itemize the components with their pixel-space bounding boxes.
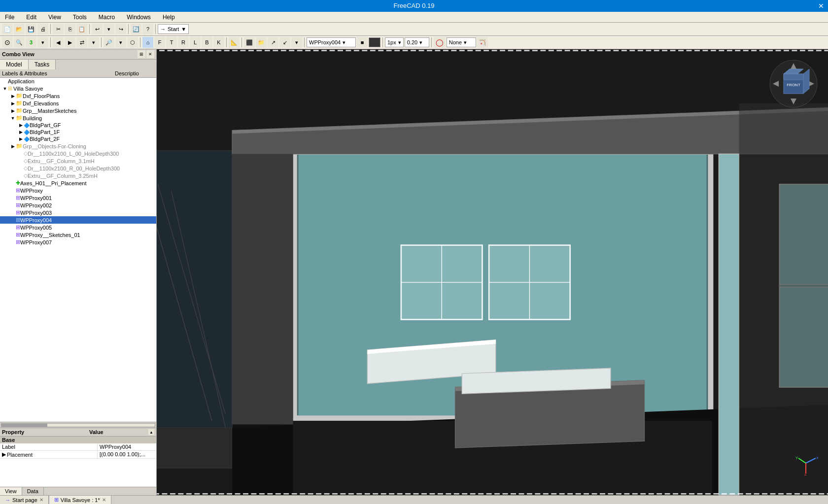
bottom-view[interactable]: B bbox=[202, 37, 212, 48]
grp-obj-icon: 📁 bbox=[16, 143, 23, 149]
wpproxy-dropdown[interactable]: WPProxy004 ▾ bbox=[307, 37, 356, 47]
wp7-icon: ⊞ bbox=[16, 239, 20, 245]
undo-dropdown[interactable]: ▾ bbox=[104, 24, 114, 34]
home-view[interactable]: ⌂ bbox=[142, 37, 153, 48]
new-button[interactable]: 📄 bbox=[2, 24, 13, 34]
drawstyle-dropdown[interactable]: None ▾ bbox=[447, 37, 476, 47]
sync-drop[interactable]: ▾ bbox=[88, 37, 99, 48]
tab-model[interactable]: Model bbox=[0, 60, 29, 69]
wp-color-btn[interactable]: ■ bbox=[357, 37, 368, 48]
props-scroll-up[interactable]: ▲ bbox=[148, 429, 154, 435]
tree-item-wp1[interactable]: ⊞ WPProxy001 bbox=[0, 194, 156, 202]
zoom-button[interactable]: 🔎 bbox=[104, 37, 114, 48]
measure-button[interactable]: 📐 bbox=[229, 37, 240, 48]
tree-item-dr-l[interactable]: ◇ Dr__1100x2100_L_00_HoleDepth300 bbox=[0, 150, 156, 157]
3d-view-button[interactable]: 3 bbox=[26, 37, 36, 48]
combo-icon1[interactable]: ⊞ bbox=[138, 50, 145, 58]
redo-button[interactable]: ↪ bbox=[115, 24, 126, 34]
open-button[interactable]: 📂 bbox=[14, 24, 25, 34]
pointsize-dropdown[interactable]: 0.20 ▾ bbox=[405, 37, 429, 47]
tree-item-wps[interactable]: ⊞ WPProxy__Sketches_01 bbox=[0, 231, 156, 238]
fwd-button[interactable]: ▶ bbox=[65, 37, 75, 48]
fit-sel-button[interactable]: 🔍 bbox=[14, 37, 25, 48]
tree-item-villa[interactable]: ▼ ⊞ Villa Savoye bbox=[0, 85, 156, 92]
sync-button[interactable]: ⇄ bbox=[76, 37, 87, 48]
fit-all-button[interactable]: ⊙ bbox=[2, 37, 13, 48]
prop-label-value: WPProxy004 bbox=[97, 443, 156, 450]
menu-help[interactable]: Help bbox=[160, 13, 178, 22]
color-swatch[interactable] bbox=[369, 37, 380, 47]
tree-item-bldg-gf[interactable]: ▶ 🔷 BldgPart_GF bbox=[0, 122, 156, 129]
prop-label-name: Label bbox=[0, 443, 97, 450]
tree-item-dxf-fp[interactable]: ▶ 📁 Dxf_FloorPlans bbox=[0, 92, 156, 100]
axis-indicator: X Y Z bbox=[794, 451, 813, 470]
tree-item-grp-ms[interactable]: ▶ 📁 Grp__MasterSketches bbox=[0, 107, 156, 114]
workbench-dropdown[interactable]: → Start ▼ bbox=[158, 24, 189, 34]
menu-edit[interactable]: Edit bbox=[23, 13, 39, 22]
tree-item-building[interactable]: ▼ 📁 Building bbox=[0, 114, 156, 122]
tree-item-wp7[interactable]: ⊞ WPProxy007 bbox=[0, 238, 156, 246]
tree-item-wp3[interactable]: ⊞ WPProxy003 bbox=[0, 209, 156, 216]
tree-item-wp0[interactable]: ⊞ WPProxy bbox=[0, 187, 156, 194]
tab-villa-savoye[interactable]: ⊞ Villa Savoye : 1* ✕ bbox=[49, 496, 111, 504]
print-button[interactable]: 🖨 bbox=[37, 24, 48, 34]
tree-item-grp-obj[interactable]: ▶ 📁 Grp__Objects-For-Cloning bbox=[0, 142, 156, 150]
cube-button[interactable]: ⬡ bbox=[127, 37, 138, 48]
combo-icon2[interactable]: ✕ bbox=[146, 50, 154, 58]
tab-tasks[interactable]: Tasks bbox=[29, 60, 56, 69]
cut-button[interactable]: ✂ bbox=[53, 24, 64, 34]
left-view[interactable]: L bbox=[190, 37, 201, 48]
tree-item-bldg-1f[interactable]: ▶ 🔷 BldgPart_1F bbox=[0, 129, 156, 135]
undo-button[interactable]: ↩ bbox=[92, 24, 103, 34]
tree-item-bldg-2f[interactable]: ▶ 🔷 BldgPart_2F bbox=[0, 135, 156, 142]
start-page-close[interactable]: ✕ bbox=[39, 497, 43, 503]
tree-item-dr-r[interactable]: ◇ Dr__1100x2100_R_00_HoleDepth300 bbox=[0, 165, 156, 172]
top-view[interactable]: T bbox=[166, 37, 177, 48]
grp-ms-arrow: ▶ bbox=[10, 108, 16, 113]
villa-tab-close[interactable]: ✕ bbox=[102, 497, 106, 503]
dxf-fp-arrow: ▶ bbox=[10, 94, 16, 99]
back-button[interactable]: ◀ bbox=[53, 37, 64, 48]
help-button[interactable]: ? bbox=[142, 24, 153, 34]
close-button[interactable]: ✕ bbox=[818, 1, 824, 10]
menu-tools[interactable]: Tools bbox=[70, 13, 90, 22]
zoom-drop[interactable]: ▾ bbox=[115, 37, 126, 48]
menu-view[interactable]: View bbox=[45, 13, 64, 22]
arrow-btn[interactable]: 🏹 bbox=[477, 37, 488, 48]
tree-item-wp4[interactable]: ⊞ WPProxy004 bbox=[0, 216, 156, 224]
menu-file[interactable]: File bbox=[2, 13, 17, 22]
tab-data[interactable]: Data bbox=[22, 487, 44, 495]
tree-scrollbar-h[interactable] bbox=[0, 422, 156, 428]
draw-circle-btn[interactable]: ◯ bbox=[434, 37, 446, 48]
front-view[interactable]: F bbox=[154, 37, 165, 48]
menu-windows[interactable]: Windows bbox=[124, 13, 154, 22]
right-view[interactable]: R bbox=[178, 37, 189, 48]
3d-viewport[interactable]: FRONT X Y Z bbox=[157, 49, 828, 495]
tree-item-extru-gf2[interactable]: ◇ Extru__GF_Column_3.25mH bbox=[0, 172, 156, 179]
tree-item-axes[interactable]: ✚ Axes_H01__Pri_Placement bbox=[0, 179, 156, 187]
wp3-label: WPProxy003 bbox=[20, 210, 52, 216]
tree-area[interactable]: Application ▼ ⊞ Villa Savoye ▶ 📁 Dxf_Flo… bbox=[0, 78, 156, 422]
import-btn[interactable]: ↙ bbox=[279, 37, 290, 48]
view-menu-btn[interactable]: ▾ bbox=[37, 37, 48, 48]
folder-btn[interactable]: 📁 bbox=[256, 37, 267, 48]
menu-macro[interactable]: Macro bbox=[96, 13, 118, 22]
tree-item-dxf-el[interactable]: ▶ 📁 Dxf_Elevations bbox=[0, 100, 156, 107]
3d-scene[interactable] bbox=[157, 49, 828, 495]
copy-button[interactable]: ⎘ bbox=[65, 24, 75, 34]
refresh-button[interactable]: 🔄 bbox=[131, 24, 141, 34]
export-btn[interactable]: ↗ bbox=[268, 37, 278, 48]
tree-item-wp5[interactable]: ⊞ WPProxy005 bbox=[0, 224, 156, 231]
tab-view[interactable]: View bbox=[0, 487, 22, 495]
tree-item-extru-gf[interactable]: ◇ Extru__GF_Column_3.1mH bbox=[0, 157, 156, 165]
tab-start-page[interactable]: → Start page ✕ bbox=[0, 496, 49, 504]
shape-button[interactable]: ⬛ bbox=[244, 37, 255, 48]
tree-item-wp2[interactable]: ⊞ WPProxy002 bbox=[0, 202, 156, 209]
linewidth-dropdown[interactable]: 1px ▾ bbox=[385, 37, 404, 47]
paste-button[interactable]: 📋 bbox=[76, 24, 87, 34]
save-button[interactable]: 💾 bbox=[26, 24, 36, 34]
rear-view[interactable]: K bbox=[213, 37, 224, 48]
import-drop[interactable]: ▾ bbox=[291, 37, 302, 48]
navigation-cube[interactable]: FRONT bbox=[769, 59, 818, 108]
tree-item-app[interactable]: Application bbox=[0, 78, 156, 85]
